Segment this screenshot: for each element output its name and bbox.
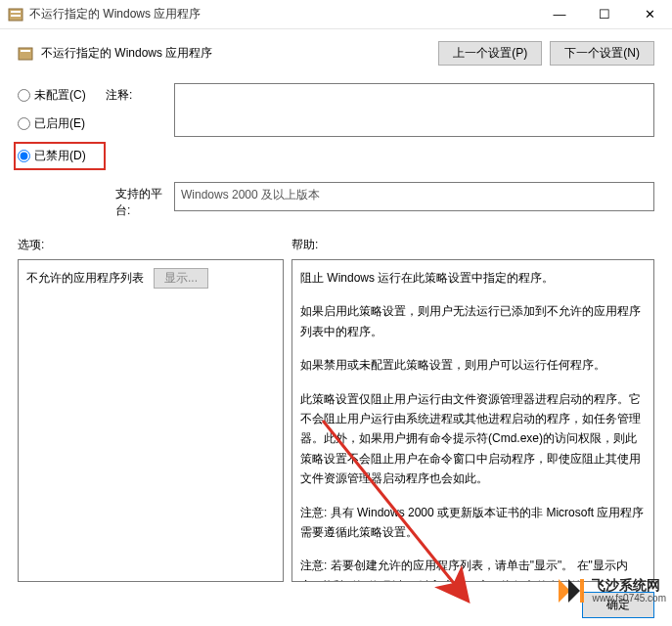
minimize-button[interactable]: —	[537, 0, 582, 29]
next-setting-button[interactable]: 下一个设置(N)	[550, 41, 654, 66]
options-label: 选项:	[18, 237, 291, 253]
highlight-annotation: 已禁用(D)	[14, 142, 106, 170]
policy-icon	[8, 7, 23, 22]
ok-button[interactable]: 确定	[582, 592, 654, 618]
header-row: 不运行指定的 Windows 应用程序 上一个设置(P) 下一个设置(N)	[18, 41, 654, 66]
maximize-button[interactable]: ☐	[582, 0, 627, 29]
close-button[interactable]: ✕	[627, 0, 672, 29]
help-p5: 注意: 具有 Windows 2000 或更新版本证书的非 Microsoft …	[300, 503, 646, 543]
radio-not-configured-label[interactable]: 未配置(C)	[34, 87, 86, 104]
svg-rect-2	[11, 15, 21, 17]
show-button[interactable]: 显示...	[154, 268, 208, 289]
platform-value: Windows 2000 及以上版本	[174, 182, 654, 211]
svg-rect-3	[19, 48, 32, 60]
radio-disabled-label[interactable]: 已禁用(D)	[34, 148, 86, 164]
comment-textarea[interactable]	[174, 83, 654, 137]
svg-rect-4	[21, 50, 30, 52]
help-p3: 如果禁用或未配置此策略设置，则用户可以运行任何程序。	[300, 355, 646, 375]
help-p1: 阻止 Windows 运行在此策略设置中指定的程序。	[300, 268, 646, 288]
comment-label: 注释:	[106, 83, 174, 170]
radio-disabled[interactable]	[18, 150, 30, 162]
config-radios: 未配置(C) 已启用(E) 已禁用(D)	[18, 83, 106, 170]
platform-label: 支持的平台:	[18, 182, 174, 219]
window-title: 不运行指定的 Windows 应用程序	[29, 6, 537, 22]
svg-rect-1	[11, 11, 21, 13]
titlebar: 不运行指定的 Windows 应用程序 — ☐ ✕	[0, 0, 672, 29]
radio-enabled-label[interactable]: 已启用(E)	[34, 115, 85, 132]
help-p6: 注意: 若要创建允许的应用程序列表，请单击"显示"。 在"显示内容"对话框的"值…	[300, 556, 646, 582]
radio-not-configured[interactable]	[18, 89, 30, 102]
help-p4: 此策略设置仅阻止用户运行由文件资源管理器进程启动的程序。它不会阻止用户运行由系统…	[300, 389, 646, 489]
policy-title: 不运行指定的 Windows 应用程序	[41, 45, 212, 62]
help-p2: 如果启用此策略设置，则用户无法运行已添加到不允许的应用程序列表中的程序。	[300, 301, 646, 341]
help-panel[interactable]: 阻止 Windows 运行在此策略设置中指定的程序。 如果启用此策略设置，则用户…	[291, 259, 654, 582]
help-label: 帮助:	[291, 237, 318, 253]
radio-enabled[interactable]	[18, 117, 30, 130]
prev-setting-button[interactable]: 上一个设置(P)	[438, 41, 542, 66]
options-panel: 不允许的应用程序列表 显示...	[18, 259, 284, 582]
disallowed-list-label: 不允许的应用程序列表	[26, 270, 144, 287]
policy-header-icon	[18, 46, 33, 62]
